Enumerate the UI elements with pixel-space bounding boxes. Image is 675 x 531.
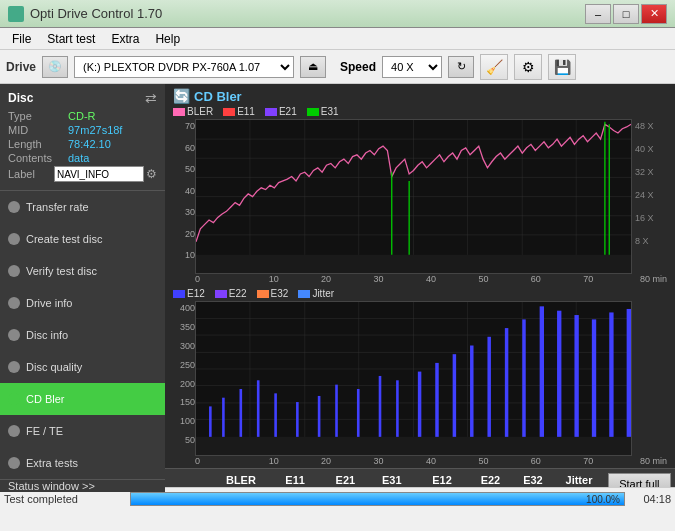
speed-label: Speed [340, 60, 376, 74]
status-text: Test completed [4, 493, 124, 505]
svg-rect-36 [257, 380, 260, 437]
sidebar-item-transfer-rate[interactable]: Transfer rate [0, 191, 165, 223]
status-window-bar[interactable]: Status window >> [0, 479, 165, 492]
nav-dot-transfer-rate [8, 201, 20, 213]
svg-rect-43 [396, 380, 399, 437]
sidebar-item-extra-tests[interactable]: Extra tests [0, 447, 165, 479]
sidebar-item-disc-info[interactable]: Disc info [0, 319, 165, 351]
nav-label-cd-bler: CD Bler [26, 393, 65, 405]
disc-mid-value: 97m27s18f [68, 124, 122, 136]
drivebar: Drive 💿 (K:) PLEXTOR DVDR PX-760A 1.07 ⏏… [0, 50, 675, 84]
svg-rect-51 [540, 306, 544, 436]
legend-e11-color [223, 108, 235, 116]
progress-bar-container: 100.0% [130, 492, 625, 506]
legend-e11: E11 [223, 106, 255, 117]
status-window-label: Status window >> [8, 480, 95, 492]
svg-rect-40 [335, 385, 338, 437]
disc-contents-label: Contents [8, 152, 68, 164]
disc-mid-label: MID [8, 124, 68, 136]
nav-label-verify-test: Verify test disc [26, 265, 97, 277]
minimize-button[interactable]: – [585, 4, 611, 24]
progress-bar [131, 493, 624, 505]
speed-select[interactable]: 40 X [382, 56, 442, 78]
start-full-button[interactable]: Start full [608, 473, 671, 487]
stats-col-e21: E21 [322, 473, 368, 487]
svg-rect-44 [418, 372, 421, 437]
main-layout: Disc ⇄ Type CD-R MID 97m27s18f Length 78… [0, 84, 675, 487]
disc-label-label: Label [8, 168, 54, 180]
disc-length-label: Length [8, 138, 68, 150]
disc-type-label: Type [8, 110, 68, 122]
sidebar-item-drive-info[interactable]: Drive info [0, 287, 165, 319]
svg-rect-38 [296, 402, 299, 437]
svg-rect-39 [318, 396, 321, 437]
legend-e32-label: E32 [271, 288, 289, 299]
nav-label-disc-quality: Disc quality [26, 361, 82, 373]
stats-buttons: Start full Start part [608, 473, 671, 487]
stats-col-e22: E22 [469, 473, 512, 487]
legend-e12-color [173, 290, 185, 298]
label-settings-icon[interactable]: ⚙ [146, 167, 157, 181]
legend-e12: E12 [173, 288, 205, 299]
legend-e21: E21 [265, 106, 297, 117]
nav-dot-fe-te [8, 425, 20, 437]
svg-rect-34 [222, 398, 225, 437]
nav-dot-create-test [8, 233, 20, 245]
svg-rect-49 [505, 328, 508, 437]
svg-rect-45 [435, 363, 438, 437]
sidebar-item-disc-quality[interactable]: Disc quality [0, 351, 165, 383]
disc-title: Disc [8, 91, 33, 105]
disc-label-input[interactable] [54, 166, 144, 182]
legend-e21-label: E21 [279, 106, 297, 117]
menu-file[interactable]: File [4, 30, 39, 48]
bottom-x-axis: 0 10 20 30 40 50 60 70 80 min [165, 456, 675, 468]
nav-dot-extra-tests [8, 457, 20, 469]
nav-dot-verify-test [8, 265, 20, 277]
save-button[interactable]: 💾 [548, 54, 576, 80]
nav-label-fe-te: FE / TE [26, 425, 63, 437]
stats-table: BLER E11 E21 E31 E12 E22 E32 Jitter Avg … [169, 473, 604, 487]
stats-col-e32: E32 [512, 473, 555, 487]
top-right-axis: 48 X40 X32 X24 X16 X8 X [632, 119, 667, 274]
legend-jitter: Jitter [298, 288, 334, 299]
sidebar-nav: Transfer rate Create test disc Verify te… [0, 191, 165, 479]
legend-e22-label: E22 [229, 288, 247, 299]
stats-area: BLER E11 E21 E31 E12 E22 E32 Jitter Avg … [165, 468, 675, 487]
legend-e31-color [307, 108, 319, 116]
maximize-button[interactable]: □ [613, 4, 639, 24]
legend-e11-label: E11 [237, 106, 255, 117]
svg-rect-54 [592, 319, 596, 436]
menu-start-test[interactable]: Start test [39, 30, 103, 48]
drive-icon: 💿 [42, 56, 68, 78]
nav-label-create-test: Create test disc [26, 233, 102, 245]
bottom-chart-wrapper: 40035030025020015010050 [165, 301, 675, 456]
chart-refresh-icon: 🔄 [173, 88, 190, 104]
stats-col-jitter: Jitter [554, 473, 604, 487]
bottom-chart-svg [196, 302, 631, 437]
eject-button[interactable]: ⏏ [300, 56, 326, 78]
legend-e32-color [257, 290, 269, 298]
close-button[interactable]: ✕ [641, 4, 667, 24]
disc-refresh-icon[interactable]: ⇄ [145, 90, 157, 106]
stats-col-e31: E31 [369, 473, 415, 487]
disc-length-value: 78:42.10 [68, 138, 111, 150]
sidebar: Disc ⇄ Type CD-R MID 97m27s18f Length 78… [0, 84, 165, 487]
sidebar-item-fe-te[interactable]: FE / TE [0, 415, 165, 447]
erase-button[interactable]: 🧹 [480, 54, 508, 80]
menu-extra[interactable]: Extra [103, 30, 147, 48]
stats-col-e12: E12 [415, 473, 469, 487]
refresh-button[interactable]: ↻ [448, 56, 474, 78]
bottom-chart [195, 301, 632, 456]
drive-label: Drive [6, 60, 36, 74]
legend-e31-label: E31 [321, 106, 339, 117]
sidebar-item-verify-test-disc[interactable]: Verify test disc [0, 255, 165, 287]
sidebar-item-cd-bler[interactable]: CD Bler [0, 383, 165, 415]
svg-rect-47 [470, 345, 473, 436]
drive-select[interactable]: (K:) PLEXTOR DVDR PX-760A 1.07 [74, 56, 294, 78]
svg-rect-35 [240, 389, 243, 437]
settings-button[interactable]: ⚙ [514, 54, 542, 80]
svg-rect-50 [522, 319, 525, 436]
svg-rect-46 [453, 354, 456, 437]
menu-help[interactable]: Help [147, 30, 188, 48]
sidebar-item-create-test-disc[interactable]: Create test disc [0, 223, 165, 255]
